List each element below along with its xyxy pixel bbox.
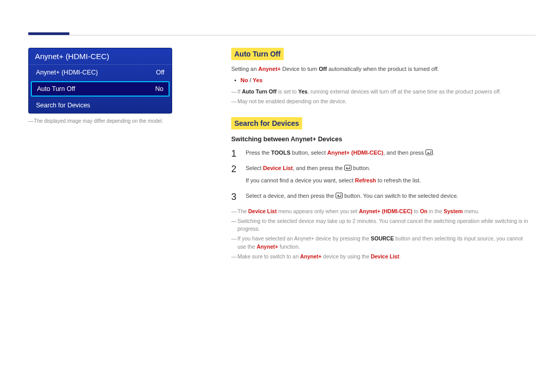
text: to refresh the list. [376, 177, 421, 183]
osd-row-value: Off [156, 69, 164, 76]
step-3: Select a device, and then press the butt… [231, 192, 529, 200]
osd-row-anynet[interactable]: Anynet+ (HDMI-CEC) Off [29, 65, 172, 80]
text: If you have selected an Anynet+ device b… [237, 235, 371, 241]
text: to [413, 208, 420, 214]
keyword: Yes [298, 88, 307, 95]
subheading-switching: Switching between Anynet+ Devices [231, 135, 529, 144]
auto-turn-off-intro: Setting an Anynet+ Device to turn Off au… [231, 65, 529, 73]
text: / [248, 77, 253, 83]
step-1: Press the TOOLS button, select Anynet+ (… [231, 149, 529, 157]
osd-row-auto-turn-off[interactable]: Auto Turn Off No [31, 81, 170, 97]
footnote-2: Switching to the selected device may tak… [231, 217, 529, 233]
enter-icon [344, 165, 351, 171]
text: function. [278, 244, 300, 250]
osd-row-value: No [155, 85, 163, 92]
footnote-1: The Device List menu appears only when y… [231, 208, 529, 215]
text: button, select [290, 150, 327, 156]
keyword-anynet: Anynet+ (HDMI-CEC) [327, 150, 383, 156]
text: If you cannot find a device you want, se… [246, 177, 355, 183]
keyword-tools: TOOLS [271, 150, 291, 156]
keyword: Auto Turn Off [242, 88, 276, 95]
keyword-off: Off [319, 66, 327, 72]
auto-turn-off-note1: If Auto Turn Off is set to Yes, running … [231, 88, 529, 96]
text: device by using the [322, 253, 371, 259]
keyword: Anynet+ (HDMI-CEC) [359, 208, 412, 214]
auto-turn-off-note2: May not be enabled depending on the devi… [231, 98, 529, 105]
step-2-sub: If you cannot find a device you want, se… [246, 177, 529, 185]
keyword: Anynet+ [300, 253, 322, 259]
text: , and then press the [293, 165, 344, 171]
text: Select [246, 165, 263, 171]
text: button. [351, 165, 371, 171]
osd-row-search-devices[interactable]: Search for Devices [29, 98, 172, 113]
text: Setting an [231, 66, 258, 72]
keyword: Device List [248, 208, 276, 214]
text: Select a device, and then press the [246, 193, 336, 199]
text: Make sure to switch to an [237, 253, 300, 259]
text: . [433, 150, 434, 156]
keyword-anynet: Anynet+ [258, 66, 281, 72]
osd-row-label: Anynet+ (HDMI-CEC) [36, 69, 98, 76]
keyword: Anynet+ [256, 244, 278, 250]
heading-search-for-devices: Search for Devices [231, 117, 302, 129]
text: Device to turn [281, 66, 319, 72]
heading-auto-turn-off: Auto Turn Off [231, 48, 284, 60]
text: , running external devices will turn off… [307, 88, 501, 95]
text: . [399, 253, 401, 259]
text: in the [428, 208, 444, 214]
osd-panel: Anynet+ (HDMI-CEC) Anynet+ (HDMI-CEC) Of… [28, 48, 172, 114]
text: automatically when the product is turned… [327, 66, 439, 72]
text: If [237, 88, 242, 95]
keyword: Device List [371, 253, 399, 259]
text: menu. [463, 208, 479, 214]
text: menu appears only when you set [276, 208, 359, 214]
text: Press the [246, 150, 271, 156]
page-body: Anynet+ (HDMI-CEC) Anynet+ (HDMI-CEC) Of… [28, 48, 535, 392]
osd-column: Anynet+ (HDMI-CEC) Anynet+ (HDMI-CEC) Of… [28, 48, 172, 392]
text: button. You can switch to the selected d… [343, 193, 458, 199]
auto-turn-off-options: No / Yes [231, 77, 529, 85]
keyword: On [420, 208, 428, 214]
content-column: Auto Turn Off Setting an Anynet+ Device … [231, 48, 529, 392]
osd-title: Anynet+ (HDMI-CEC) [29, 48, 172, 65]
keyword: System [443, 208, 462, 214]
header-rule [28, 35, 535, 35]
option-yes: Yes [253, 77, 263, 83]
footnote-3: If you have selected an Anynet+ device b… [231, 235, 529, 250]
step-2: Select Device List, and then press the b… [231, 164, 529, 185]
text: , and then press [383, 150, 425, 156]
option-no: No [240, 77, 248, 83]
text: The [237, 208, 248, 214]
steps-list: Press the TOOLS button, select Anynet+ (… [231, 149, 529, 200]
osd-row-label: Search for Devices [36, 102, 90, 109]
keyword: SOURCE [371, 235, 394, 241]
keyword-refresh: Refresh [355, 177, 376, 183]
osd-row-label: Auto Turn Off [37, 85, 75, 92]
text: is set to [276, 88, 298, 95]
enter-icon [425, 150, 433, 155]
osd-caption: The displayed image may differ depending… [28, 118, 172, 124]
keyword-device-list: Device List [263, 165, 293, 171]
enter-icon [336, 193, 343, 198]
footnote-4: Make sure to switch to an Anynet+ device… [231, 253, 529, 260]
